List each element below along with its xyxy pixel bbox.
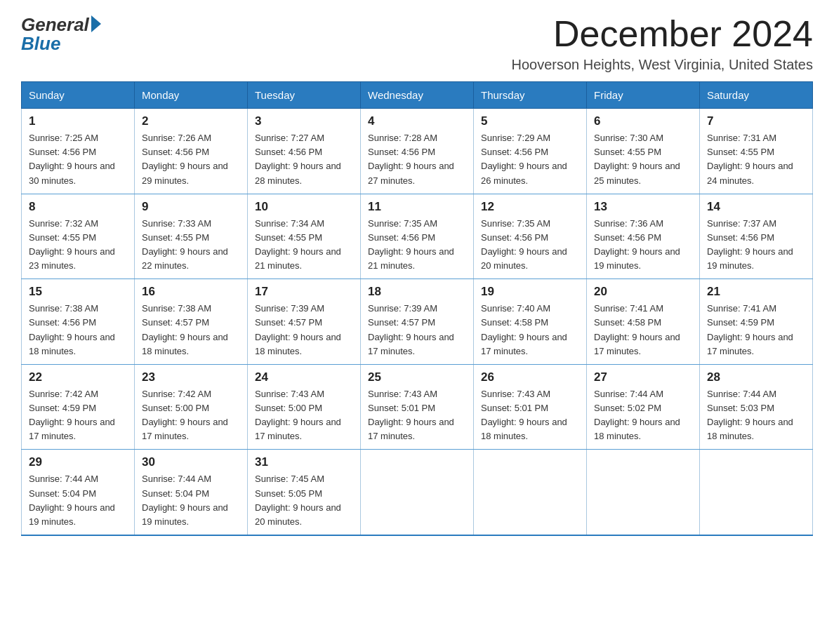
- calendar-cell: 3Sunrise: 7:27 AMSunset: 4:56 PMDaylight…: [248, 109, 361, 194]
- day-info: Sunrise: 7:35 AMSunset: 4:56 PMDaylight:…: [481, 217, 579, 274]
- calendar-cell: 12Sunrise: 7:35 AMSunset: 4:56 PMDayligh…: [474, 194, 587, 279]
- day-info: Sunrise: 7:43 AMSunset: 5:00 PMDaylight:…: [255, 387, 353, 444]
- header-day-wednesday: Wednesday: [361, 82, 474, 109]
- day-number: 19: [481, 285, 579, 299]
- calendar-cell: 18Sunrise: 7:39 AMSunset: 4:57 PMDayligh…: [361, 279, 474, 365]
- calendar-cell: 1Sunrise: 7:25 AMSunset: 4:56 PMDaylight…: [22, 109, 135, 194]
- day-info: Sunrise: 7:43 AMSunset: 5:01 PMDaylight:…: [368, 387, 466, 444]
- calendar-cell: 10Sunrise: 7:34 AMSunset: 4:55 PMDayligh…: [248, 194, 361, 279]
- calendar-cell: 2Sunrise: 7:26 AMSunset: 4:56 PMDaylight…: [135, 109, 248, 194]
- week-row-4: 22Sunrise: 7:42 AMSunset: 4:59 PMDayligh…: [22, 364, 813, 450]
- header: General Blue December 2024 Hooverson Hei…: [21, 14, 813, 73]
- calendar-cell: 28Sunrise: 7:44 AMSunset: 5:03 PMDayligh…: [700, 364, 813, 450]
- location-subtitle: Hooverson Heights, West Virginia, United…: [512, 57, 813, 73]
- calendar-cell: [587, 450, 700, 535]
- day-number: 26: [481, 370, 579, 384]
- day-info: Sunrise: 7:27 AMSunset: 4:56 PMDaylight:…: [255, 131, 353, 188]
- header-day-tuesday: Tuesday: [248, 82, 361, 109]
- day-number: 18: [368, 285, 466, 299]
- calendar-table: SundayMondayTuesdayWednesdayThursdayFrid…: [21, 81, 813, 536]
- day-number: 29: [29, 455, 127, 469]
- header-day-monday: Monday: [135, 82, 248, 109]
- calendar-cell: 27Sunrise: 7:44 AMSunset: 5:02 PMDayligh…: [587, 364, 700, 450]
- day-info: Sunrise: 7:33 AMSunset: 4:55 PMDaylight:…: [142, 217, 240, 274]
- calendar-cell: 13Sunrise: 7:36 AMSunset: 4:56 PMDayligh…: [587, 194, 700, 279]
- day-number: 31: [255, 455, 353, 469]
- calendar-cell: 6Sunrise: 7:30 AMSunset: 4:55 PMDaylight…: [587, 109, 700, 194]
- day-info: Sunrise: 7:34 AMSunset: 4:55 PMDaylight:…: [255, 217, 353, 274]
- day-info: Sunrise: 7:30 AMSunset: 4:55 PMDaylight:…: [594, 131, 692, 188]
- calendar-cell: 14Sunrise: 7:37 AMSunset: 4:56 PMDayligh…: [700, 194, 813, 279]
- calendar-cell: 11Sunrise: 7:35 AMSunset: 4:56 PMDayligh…: [361, 194, 474, 279]
- day-number: 6: [594, 114, 692, 128]
- day-info: Sunrise: 7:43 AMSunset: 5:01 PMDaylight:…: [481, 387, 579, 444]
- day-number: 28: [707, 370, 805, 384]
- day-number: 21: [707, 285, 805, 299]
- day-number: 9: [142, 200, 240, 214]
- calendar-cell: [700, 450, 813, 535]
- day-number: 7: [707, 114, 805, 128]
- week-row-1: 1Sunrise: 7:25 AMSunset: 4:56 PMDaylight…: [22, 109, 813, 194]
- day-info: Sunrise: 7:36 AMSunset: 4:56 PMDaylight:…: [594, 217, 692, 274]
- calendar-cell: 17Sunrise: 7:39 AMSunset: 4:57 PMDayligh…: [248, 279, 361, 365]
- day-number: 5: [481, 114, 579, 128]
- day-info: Sunrise: 7:42 AMSunset: 5:00 PMDaylight:…: [142, 387, 240, 444]
- title-area: December 2024 Hooverson Heights, West Vi…: [512, 14, 813, 73]
- day-info: Sunrise: 7:39 AMSunset: 4:57 PMDaylight:…: [255, 302, 353, 358]
- calendar-cell: 19Sunrise: 7:40 AMSunset: 4:58 PMDayligh…: [474, 279, 587, 365]
- day-number: 23: [142, 370, 240, 384]
- day-info: Sunrise: 7:40 AMSunset: 4:58 PMDaylight:…: [481, 302, 579, 358]
- calendar-cell: [361, 450, 474, 535]
- calendar-cell: 26Sunrise: 7:43 AMSunset: 5:01 PMDayligh…: [474, 364, 587, 450]
- logo-arrow-icon: [91, 15, 101, 32]
- day-info: Sunrise: 7:38 AMSunset: 4:57 PMDaylight:…: [142, 302, 240, 358]
- day-number: 22: [29, 370, 127, 384]
- calendar-cell: 9Sunrise: 7:33 AMSunset: 4:55 PMDaylight…: [135, 194, 248, 279]
- calendar-cell: 29Sunrise: 7:44 AMSunset: 5:04 PMDayligh…: [22, 450, 135, 535]
- day-info: Sunrise: 7:32 AMSunset: 4:55 PMDaylight:…: [29, 217, 127, 274]
- calendar-cell: 15Sunrise: 7:38 AMSunset: 4:56 PMDayligh…: [22, 279, 135, 365]
- day-info: Sunrise: 7:41 AMSunset: 4:59 PMDaylight:…: [707, 302, 805, 358]
- month-title: December 2024: [512, 14, 813, 54]
- calendar-cell: 30Sunrise: 7:44 AMSunset: 5:04 PMDayligh…: [135, 450, 248, 535]
- day-info: Sunrise: 7:25 AMSunset: 4:56 PMDaylight:…: [29, 131, 127, 188]
- header-day-sunday: Sunday: [22, 82, 135, 109]
- calendar-cell: 5Sunrise: 7:29 AMSunset: 4:56 PMDaylight…: [474, 109, 587, 194]
- calendar-cell: 21Sunrise: 7:41 AMSunset: 4:59 PMDayligh…: [700, 279, 813, 365]
- day-number: 17: [255, 285, 353, 299]
- calendar-cell: 22Sunrise: 7:42 AMSunset: 4:59 PMDayligh…: [22, 364, 135, 450]
- calendar-cell: 31Sunrise: 7:45 AMSunset: 5:05 PMDayligh…: [248, 450, 361, 535]
- day-info: Sunrise: 7:44 AMSunset: 5:02 PMDaylight:…: [594, 387, 692, 444]
- day-number: 16: [142, 285, 240, 299]
- week-row-2: 8Sunrise: 7:32 AMSunset: 4:55 PMDaylight…: [22, 194, 813, 279]
- day-number: 2: [142, 114, 240, 128]
- calendar-cell: 23Sunrise: 7:42 AMSunset: 5:00 PMDayligh…: [135, 364, 248, 450]
- calendar-cell: 16Sunrise: 7:38 AMSunset: 4:57 PMDayligh…: [135, 279, 248, 365]
- day-info: Sunrise: 7:44 AMSunset: 5:04 PMDaylight:…: [29, 472, 127, 529]
- week-row-5: 29Sunrise: 7:44 AMSunset: 5:04 PMDayligh…: [22, 450, 813, 535]
- day-info: Sunrise: 7:39 AMSunset: 4:57 PMDaylight:…: [368, 302, 466, 358]
- header-day-saturday: Saturday: [700, 82, 813, 109]
- day-info: Sunrise: 7:38 AMSunset: 4:56 PMDaylight:…: [29, 302, 127, 358]
- day-number: 27: [594, 370, 692, 384]
- logo: General Blue: [21, 14, 101, 55]
- day-number: 1: [29, 114, 127, 128]
- day-info: Sunrise: 7:28 AMSunset: 4:56 PMDaylight:…: [368, 131, 466, 188]
- day-number: 30: [142, 455, 240, 469]
- calendar-cell: 20Sunrise: 7:41 AMSunset: 4:58 PMDayligh…: [587, 279, 700, 365]
- day-number: 14: [707, 200, 805, 214]
- day-number: 25: [368, 370, 466, 384]
- day-info: Sunrise: 7:26 AMSunset: 4:56 PMDaylight:…: [142, 131, 240, 188]
- day-number: 24: [255, 370, 353, 384]
- calendar-cell: 8Sunrise: 7:32 AMSunset: 4:55 PMDaylight…: [22, 194, 135, 279]
- logo-blue-text: Blue: [21, 33, 60, 55]
- day-info: Sunrise: 7:44 AMSunset: 5:04 PMDaylight:…: [142, 472, 240, 529]
- day-info: Sunrise: 7:31 AMSunset: 4:55 PMDaylight:…: [707, 131, 805, 188]
- day-number: 3: [255, 114, 353, 128]
- day-number: 20: [594, 285, 692, 299]
- day-info: Sunrise: 7:29 AMSunset: 4:56 PMDaylight:…: [481, 131, 579, 188]
- calendar-cell: 7Sunrise: 7:31 AMSunset: 4:55 PMDaylight…: [700, 109, 813, 194]
- day-info: Sunrise: 7:35 AMSunset: 4:56 PMDaylight:…: [368, 217, 466, 274]
- day-info: Sunrise: 7:37 AMSunset: 4:56 PMDaylight:…: [707, 217, 805, 274]
- calendar-cell: 4Sunrise: 7:28 AMSunset: 4:56 PMDaylight…: [361, 109, 474, 194]
